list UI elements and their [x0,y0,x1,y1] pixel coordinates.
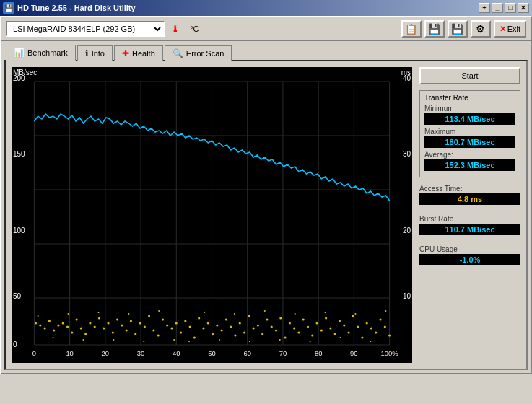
svg-point-72 [284,337,287,339]
svg-point-59 [225,319,227,321]
svg-point-78 [311,335,313,337]
cpu-usage-group: CPU Usage -1.0% [419,245,520,268]
thermometer-icon: 🌡 [170,23,180,35]
svg-point-82 [329,328,331,330]
svg-point-117 [354,313,356,315]
svg-point-105 [173,339,175,341]
tab-info[interactable]: ℹ Info [77,45,113,61]
tab-info-label: Info [92,49,105,58]
temp-value: – °C [183,25,199,33]
svg-point-71 [279,317,282,320]
svg-point-54 [202,328,204,330]
svg-point-56 [212,333,214,335]
svg-point-33 [107,322,109,325]
minimum-value: 113.4 MB/sec [424,113,515,125]
svg-point-116 [339,337,341,338]
tab-health[interactable]: ✚ Health [114,45,163,61]
access-time-label: Access Time: [419,185,520,193]
exit-button[interactable]: ✕ Exit [494,20,526,38]
svg-point-100 [97,312,99,313]
tab-error-scan[interactable]: 🔍 Error Scan [165,45,232,61]
svg-point-42 [148,315,150,317]
maximum-value: 180.7 MB/sec [424,136,515,148]
svg-point-90 [366,322,368,325]
tab-health-label: Health [132,49,155,58]
svg-point-118 [370,341,371,342]
burst-rate-group: Burst Rate 110.7 MB/sec [419,215,520,238]
svg-point-109 [234,313,235,315]
svg-point-83 [334,333,336,335]
svg-point-18 [39,325,41,327]
close-button[interactable]: ✕ [518,3,529,13]
svg-point-26 [75,319,77,321]
average-value: 152.3 MB/sec [424,159,515,171]
chart-svg: 0 10 20 30 40 50 60 70 80 90 100% [12,67,412,363]
svg-text:50: 50 [208,350,215,357]
svg-point-95 [388,335,391,337]
svg-point-24 [66,326,69,328]
svg-point-103 [143,341,144,342]
svg-text:10: 10 [66,350,73,357]
maximize-button[interactable]: □ [505,3,516,13]
settings-button[interactable]: ⚙ [471,20,491,38]
exit-x-icon: ✕ [500,25,506,34]
svg-point-29 [89,322,91,325]
svg-point-60 [230,326,232,328]
svg-point-68 [266,319,268,321]
svg-text:60: 60 [243,350,250,357]
benchmark-icon: 📊 [14,48,25,58]
svg-point-57 [216,325,218,327]
svg-point-73 [289,322,291,325]
save-button[interactable]: 💾 [424,20,445,38]
svg-point-19 [44,328,46,330]
svg-point-41 [144,326,146,328]
svg-point-114 [310,341,311,342]
tab-benchmark[interactable]: 📊 Benchmark [6,45,76,61]
toolbar-right: 📋 💾 💾 ⚙ ✕ Exit [401,20,526,38]
svg-point-48 [175,322,178,325]
svg-point-110 [249,341,250,342]
minimum-label: Minimum [424,105,515,113]
right-panel: Start Transfer Rate Minimum 113.4 MB/sec… [419,67,520,363]
svg-text:0: 0 [32,350,36,357]
tab-benchmark-label: Benchmark [27,48,68,57]
svg-point-39 [134,333,136,335]
toolbar: LSI MegaRAID 8344ELP (292 GB) 🌡 – °C 📋 💾… [1,17,531,41]
floppy-button[interactable]: 💾 [448,20,468,38]
svg-point-119 [385,310,386,312]
svg-point-52 [193,337,196,339]
svg-point-113 [295,313,296,315]
svg-point-64 [248,315,250,317]
svg-text:20: 20 [102,350,109,357]
svg-point-81 [325,317,327,320]
svg-point-21 [53,330,55,332]
svg-point-67 [261,333,263,335]
svg-point-70 [275,330,277,332]
temp-display: 🌡 – °C [170,23,199,35]
svg-point-62 [239,322,241,325]
svg-point-107 [204,312,205,313]
svg-point-25 [71,332,73,334]
maximum-label: Maximum [424,128,515,136]
disk-selector[interactable]: LSI MegaRAID 8344ELP (292 GB) [6,21,165,37]
svg-point-75 [297,332,300,334]
health-icon: ✚ [122,48,129,58]
svg-text:80: 80 [315,350,322,357]
svg-point-79 [315,322,318,325]
window-title: HD Tune 2.55 - Hard Disk Utility [17,4,136,12]
svg-point-55 [207,322,209,325]
svg-point-66 [257,325,259,327]
transfer-rate-group: Transfer Rate Minimum 113.4 MB/sec Maxim… [419,90,520,177]
access-time-value: 4.8 ms [419,193,520,205]
svg-point-84 [339,320,341,322]
copy-button[interactable]: 📋 [401,20,422,38]
svg-point-87 [352,315,354,317]
minimize-button[interactable]: _ [492,3,503,13]
plus-button[interactable]: + [479,3,490,13]
svg-text:100%: 100% [381,350,398,357]
svg-point-97 [53,337,54,338]
start-button[interactable]: Start [419,67,520,84]
svg-point-22 [57,325,59,327]
svg-point-51 [189,326,191,328]
svg-point-63 [243,332,245,334]
